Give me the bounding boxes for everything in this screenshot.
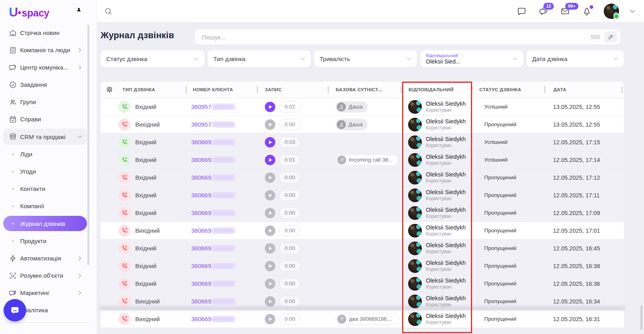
feedback-chat-icon[interactable] <box>517 6 526 16</box>
table-row[interactable]: Вхідний 380669 0:00 Oleksii Siedykh Кори… <box>101 257 624 275</box>
table-row[interactable]: Вихідний 380957 0:00 Д Даша Oleksii Sied… <box>101 116 624 133</box>
table-header: ТИП ДЗВІНКА НОМЕР КЛІЄНТА ЗАПИС БАЗОВА С… <box>101 82 624 98</box>
client-phone-link[interactable]: 380669 <box>191 227 211 234</box>
column-divider[interactable] <box>471 86 473 93</box>
column-divider[interactable] <box>328 86 329 93</box>
client-phone-link[interactable]: 380669 <box>191 298 211 305</box>
global-search-icon[interactable] <box>104 7 113 16</box>
client-phone-link[interactable]: 380669 <box>191 139 211 145</box>
redacted-blur <box>212 263 235 269</box>
sidebar-item-smart-objects[interactable]: Розумні об'єкти <box>3 267 87 284</box>
col-call-status[interactable]: СТАТУС ДЗВІНКА <box>471 87 544 92</box>
column-divider[interactable] <box>257 86 258 93</box>
entity-chip[interactable]: Д Даша <box>336 119 367 130</box>
client-phone-link[interactable]: 380669 <box>191 316 211 322</box>
play-record-button[interactable] <box>265 296 275 307</box>
filter-responsible[interactable]: Відповідальний Oleksii Sied... <box>420 50 523 67</box>
client-phone-link[interactable]: 380669 <box>191 280 211 287</box>
table-row[interactable]: Вхідний 380669 0:00 Oleksii Siedykh Кори… <box>101 169 624 186</box>
table-row[interactable]: Вихідний 380669 0:00 Oleksii Siedykh Кор… <box>101 222 624 240</box>
column-divider[interactable] <box>186 86 187 93</box>
client-phone-link[interactable]: 380957 <box>191 103 211 110</box>
table-row[interactable]: Вхідний 380669 0:03 Oleksii Siedykh Кори… <box>101 133 624 151</box>
table-row[interactable]: Вхідний 380669 0:01 Incoming call 38... … <box>101 151 624 169</box>
messenger-icon[interactable]: 12 <box>539 6 548 16</box>
entity-chip[interactable]: два 3806691863... <box>336 314 399 325</box>
play-record-button[interactable] <box>265 102 275 112</box>
column-divider[interactable] <box>621 86 623 93</box>
column-divider[interactable] <box>544 86 545 93</box>
sidebar-item-comm-center[interactable]: Центр комуніка... <box>3 59 87 76</box>
play-record-button[interactable] <box>265 279 275 289</box>
entity-chip[interactable]: Incoming call 38... <box>336 154 398 166</box>
call-date: 12.05.2025, 16:38 <box>544 263 624 269</box>
filter-call-date[interactable]: Дата дзвінка <box>526 50 624 67</box>
play-record-button[interactable] <box>265 119 275 130</box>
redacted-blur <box>212 245 235 252</box>
client-phone-link[interactable]: 380669 <box>191 192 211 199</box>
play-record-button[interactable] <box>265 243 275 254</box>
filter-call-status[interactable]: Статус дзвінка <box>101 50 204 67</box>
search-input[interactable] <box>201 33 591 41</box>
filter-call-type[interactable]: Тип дзвінка <box>208 50 311 67</box>
client-phone-link[interactable]: 380669 <box>191 245 211 252</box>
clear-search-button[interactable] <box>604 31 617 43</box>
sidebar-item-crm-sales[interactable]: CRM та продажі <box>3 129 87 145</box>
col-responsible[interactable]: ВІДПОВІДАЛЬНИЙ <box>400 87 471 92</box>
client-phone-link[interactable]: 380957 <box>191 121 211 128</box>
client-phone-link[interactable]: 380669 <box>191 156 211 163</box>
sidebar-item-tasks[interactable]: Завдання <box>3 76 87 93</box>
uspacy-logo[interactable]: Uspacy <box>9 5 50 20</box>
play-record-button[interactable] <box>265 190 275 201</box>
column-divider[interactable] <box>400 86 402 93</box>
support-chat-button[interactable] <box>4 299 26 322</box>
play-record-button[interactable] <box>265 137 275 148</box>
sidebar-item-deals[interactable]: Угоди <box>3 163 87 180</box>
sidebar-item-groups[interactable]: Групи <box>3 93 87 111</box>
sidebar-item-company-people[interactable]: Компанія та люди <box>3 41 87 59</box>
mail-icon[interactable]: 99+ <box>560 6 570 16</box>
table-row[interactable]: Вхідний 380669 0:00 Oleksii Siedykh Кори… <box>101 204 624 222</box>
table-row[interactable]: Вхідний 380669 0:00 Oleksii Siedykh Кори… <box>101 186 624 204</box>
table-settings-gear-icon[interactable] <box>105 86 114 94</box>
entity-chip[interactable]: Д Даша <box>336 101 367 113</box>
table-row[interactable]: Вихідний 380669 0:00 Oleksii Siedykh Кор… <box>101 293 624 310</box>
play-record-button[interactable] <box>265 314 275 324</box>
sidebar-item-contacts[interactable]: Контакти <box>3 180 87 197</box>
table-row[interactable]: Вхідний 380669 0:00 Oleksii Siedykh Кори… <box>101 240 624 257</box>
client-phone-link[interactable]: 380669 <box>191 174 211 181</box>
notifications-bell-icon[interactable] <box>582 6 592 16</box>
sidebar-item-products[interactable]: Продукти <box>3 232 87 250</box>
play-record-button[interactable] <box>265 261 275 271</box>
col-date[interactable]: ДАТА <box>544 87 624 92</box>
chevron-icon <box>76 64 83 71</box>
table-row[interactable]: Вихідний 380669 0:00 два 3806691863... O… <box>101 310 624 328</box>
table-row[interactable]: Вхідний 380957 0:02 Д Даша Oleksii Siedy… <box>101 98 624 116</box>
sidebar-scrollbar[interactable] <box>87 25 89 265</box>
sidebar-item-news-feed[interactable]: Стрічка новин <box>3 24 87 41</box>
sidebar-item-call-log[interactable]: Журнал дзвінків <box>3 216 87 231</box>
profile-menu-chevron-icon[interactable] <box>629 8 636 15</box>
sidebar-item-companies[interactable]: Компанії <box>3 197 87 215</box>
user-avatar[interactable] <box>604 4 619 19</box>
col-client-number[interactable]: НОМЕР КЛІЄНТА <box>186 87 257 92</box>
sidebar-item-automation[interactable]: Автоматизація <box>3 250 87 267</box>
filter-duration[interactable]: Тривалість <box>314 50 417 67</box>
play-record-button[interactable] <box>265 172 275 183</box>
results-count: 580 <box>591 34 600 40</box>
sidebar-item-leads[interactable]: Ліди <box>3 145 87 163</box>
chevron-down-icon <box>193 55 200 62</box>
client-phone-link[interactable]: 380669 <box>191 262 211 269</box>
client-phone-link[interactable]: 380669 <box>191 209 211 216</box>
table-row[interactable]: Вхідний 380669 0:00 Oleksii Siedykh Кори… <box>101 275 624 293</box>
pin-sidebar-icon[interactable] <box>75 7 83 15</box>
play-record-button[interactable] <box>265 155 275 165</box>
play-record-button[interactable] <box>265 208 275 218</box>
play-record-button[interactable] <box>265 225 275 236</box>
page-scrollbar[interactable] <box>640 305 642 330</box>
sidebar-item-activities[interactable]: Справи <box>3 111 87 128</box>
col-record[interactable]: ЗАПИС <box>257 87 328 92</box>
col-base-entity[interactable]: БАЗОВА СУТНІСТ... <box>328 87 400 92</box>
responsible-role: Користувач <box>426 178 466 184</box>
record-duration: 0:01 <box>279 154 300 166</box>
